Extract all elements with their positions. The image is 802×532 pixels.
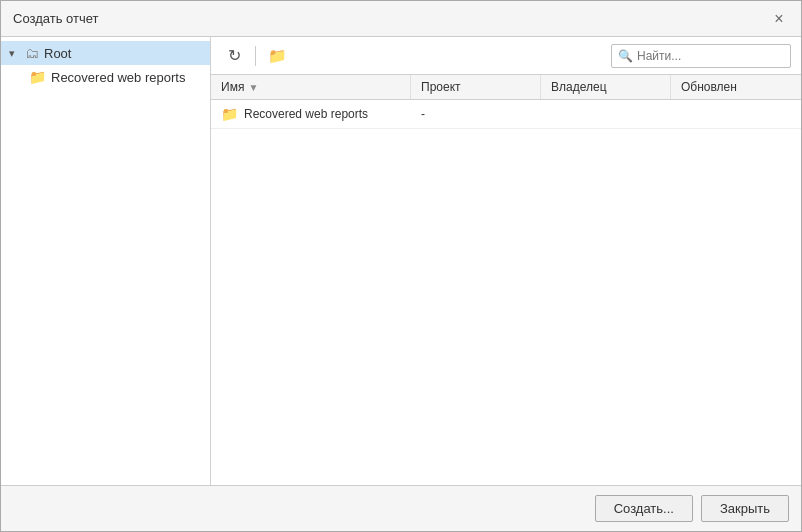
close-button[interactable]: Закрыть <box>701 495 789 522</box>
child-folder-icon: 📁 <box>29 69 46 85</box>
close-icon[interactable]: × <box>769 9 789 29</box>
title-bar: Создать отчет × <box>1 1 801 37</box>
dialog-title: Создать отчет <box>13 11 98 26</box>
column-updated-label: Обновлен <box>681 80 737 94</box>
column-name[interactable]: Имя ▼ <box>211 75 411 99</box>
tree-root-label: Root <box>44 46 71 61</box>
new-folder-button[interactable]: 📁 <box>264 43 290 69</box>
footer: Создать... Закрыть <box>1 485 801 531</box>
tree-child-label: Recovered web reports <box>51 70 185 85</box>
row-project-value: - <box>421 107 425 121</box>
cell-owner <box>541 100 671 128</box>
sort-icon: ▼ <box>248 82 258 93</box>
row-name-value: Recovered web reports <box>244 107 368 121</box>
column-owner[interactable]: Владелец <box>541 75 671 99</box>
refresh-button[interactable]: ↻ <box>221 43 247 69</box>
toolbar-separator <box>255 46 256 66</box>
tree-item-root[interactable]: ▾ 🗂 Root <box>1 41 210 65</box>
search-input[interactable] <box>637 49 784 63</box>
toolbar: ↻ 📁 🔍 <box>211 37 801 75</box>
dialog: Создать отчет × ▾ 🗂 Root 📁 Recovered web… <box>0 0 802 532</box>
tree-expand-icon: ▾ <box>9 47 21 60</box>
column-updated[interactable]: Обновлен <box>671 75 801 99</box>
tree-item-recovered[interactable]: 📁 Recovered web reports <box>1 65 210 89</box>
cell-name: 📁 Recovered web reports <box>211 100 411 128</box>
create-button[interactable]: Создать... <box>595 495 693 522</box>
cell-project: - <box>411 100 541 128</box>
right-panel: ↻ 📁 🔍 Имя ▼ Проект <box>211 37 801 485</box>
table-body: 📁 Recovered web reports - <box>211 100 801 485</box>
new-folder-icon: 📁 <box>268 47 287 65</box>
content-area: ▾ 🗂 Root 📁 Recovered web reports ↻ 📁 <box>1 37 801 485</box>
row-folder-icon: 📁 <box>221 106 238 122</box>
column-project-label: Проект <box>421 80 461 94</box>
root-folder-icon: 🗂 <box>25 45 39 61</box>
search-box: 🔍 <box>611 44 791 68</box>
refresh-icon: ↻ <box>228 46 241 65</box>
column-project[interactable]: Проект <box>411 75 541 99</box>
column-owner-label: Владелец <box>551 80 607 94</box>
search-icon: 🔍 <box>618 49 633 63</box>
column-name-label: Имя <box>221 80 244 94</box>
cell-updated <box>671 100 801 128</box>
table-row[interactable]: 📁 Recovered web reports - <box>211 100 801 129</box>
table-header: Имя ▼ Проект Владелец Обновлен <box>211 75 801 100</box>
left-panel: ▾ 🗂 Root 📁 Recovered web reports <box>1 37 211 485</box>
